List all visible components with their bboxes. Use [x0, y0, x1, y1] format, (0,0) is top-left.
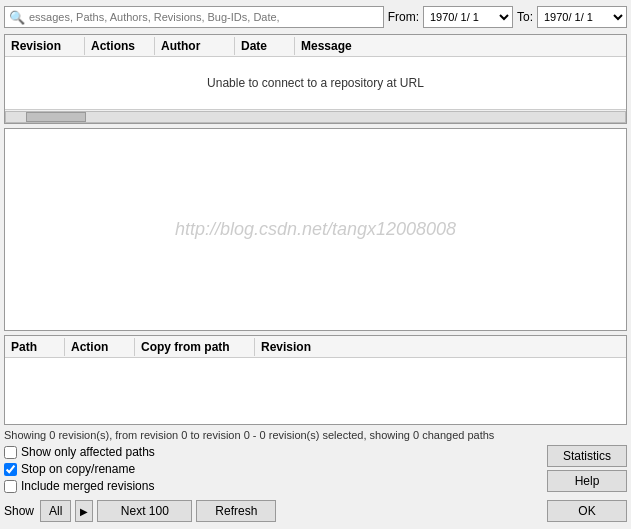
bcol-header-copy: Copy from path	[135, 338, 255, 356]
bcol-header-path: Path	[5, 338, 65, 356]
bcol-header-action: Action	[65, 338, 135, 356]
refresh-button[interactable]: Refresh	[196, 500, 276, 522]
show-only-affected-label: Show only affected paths	[21, 445, 155, 459]
top-table: Revision Actions Author Date Message Una…	[4, 34, 627, 124]
include-merged-row[interactable]: Include merged revisions	[4, 479, 155, 493]
ok-button[interactable]: OK	[547, 500, 627, 522]
show-only-affected-row[interactable]: Show only affected paths	[4, 445, 155, 459]
col-header-revision: Revision	[5, 37, 85, 55]
include-merged-checkbox[interactable]	[4, 480, 17, 493]
search-row: 🔍 From: 1970/ 1/ 1 To: 1970/ 1/ 1	[4, 4, 627, 30]
stop-on-copy-label: Stop on copy/rename	[21, 462, 135, 476]
error-message: Unable to connect to a repository at URL	[207, 76, 424, 90]
search-box: 🔍	[4, 6, 384, 28]
stop-on-copy-checkbox[interactable]	[4, 463, 17, 476]
include-merged-label: Include merged revisions	[21, 479, 154, 493]
bottom-table-body	[5, 358, 626, 424]
to-date-select[interactable]: 1970/ 1/ 1	[537, 6, 627, 28]
search-input[interactable]	[29, 11, 379, 23]
col-header-date: Date	[235, 37, 295, 55]
show-all-button[interactable]: All	[40, 500, 71, 522]
show-all-label: All	[49, 504, 62, 518]
checkboxes-col: Show only affected paths Stop on copy/re…	[4, 445, 155, 493]
top-table-body: Unable to connect to a repository at URL	[5, 57, 626, 109]
arrow-icon: ▶	[80, 506, 88, 517]
hscroll-thumb[interactable]	[26, 112, 86, 122]
show-only-affected-checkbox[interactable]	[4, 446, 17, 459]
status-area: Showing 0 revision(s), from revision 0 t…	[4, 429, 627, 493]
to-label: To:	[517, 10, 533, 24]
bottom-table: Path Action Copy from path Revision	[4, 335, 627, 425]
horizontal-scrollbar[interactable]	[5, 109, 626, 123]
col-header-message: Message	[295, 37, 626, 55]
status-text: Showing 0 revision(s), from revision 0 t…	[4, 429, 627, 441]
arrow-button[interactable]: ▶	[75, 500, 93, 522]
side-buttons-col: Statistics Help	[547, 445, 627, 492]
top-table-header: Revision Actions Author Date Message	[5, 35, 626, 57]
from-date-select[interactable]: 1970/ 1/ 1	[423, 6, 513, 28]
watermark-text: http://blog.csdn.net/tangx12008008	[175, 219, 456, 240]
bottom-table-header: Path Action Copy from path Revision	[5, 336, 626, 358]
bcol-header-revision: Revision	[255, 338, 626, 356]
from-label: From:	[388, 10, 419, 24]
middle-area: http://blog.csdn.net/tangx12008008	[4, 128, 627, 331]
bottom-action-row: Show All ▶ Next 100 Refresh OK	[4, 497, 627, 525]
statistics-button[interactable]: Statistics	[547, 445, 627, 467]
help-button[interactable]: Help	[547, 470, 627, 492]
main-container: 🔍 From: 1970/ 1/ 1 To: 1970/ 1/ 1 Revisi…	[0, 0, 631, 529]
stop-on-copy-row[interactable]: Stop on copy/rename	[4, 462, 155, 476]
next100-button[interactable]: Next 100	[97, 500, 192, 522]
show-label: Show	[4, 504, 34, 518]
col-header-author: Author	[155, 37, 235, 55]
col-header-actions: Actions	[85, 37, 155, 55]
hscroll-track[interactable]	[5, 111, 626, 123]
options-row: Show only affected paths Stop on copy/re…	[4, 445, 627, 493]
search-icon: 🔍	[9, 10, 25, 25]
